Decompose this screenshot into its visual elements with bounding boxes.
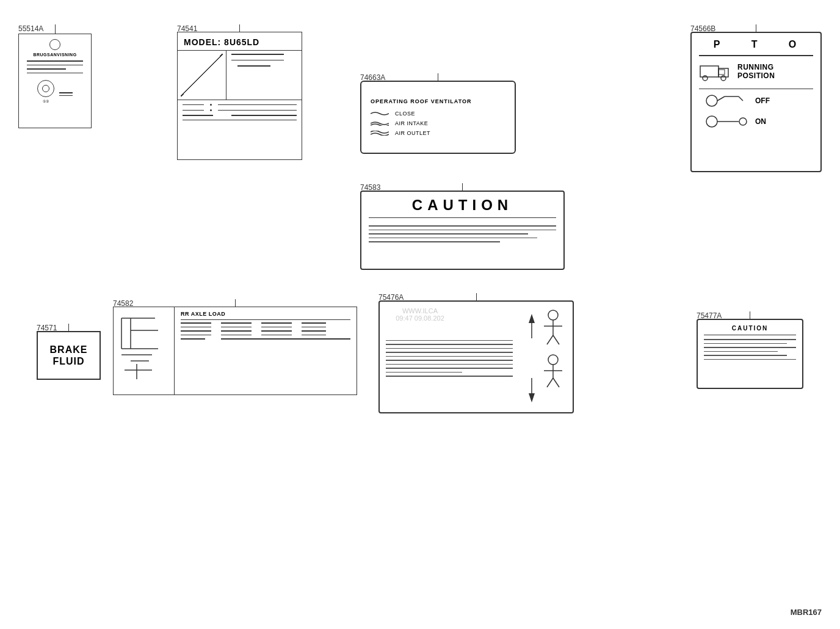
model-row3 xyxy=(183,115,297,116)
line1 xyxy=(27,60,83,62)
caution-title: CAUTION xyxy=(369,197,556,218)
part-number-75477a: 75477A xyxy=(697,311,722,320)
switch-off-icon xyxy=(705,94,748,107)
svg-line-32 xyxy=(547,378,553,387)
axle-icon xyxy=(118,312,164,385)
part-number-75476a: 75476A xyxy=(378,293,404,302)
vent-title: OPERATING ROOF VENTILATOR xyxy=(371,98,505,104)
part-75477a: 75477A CAUTION xyxy=(697,311,803,389)
diagram-figures-icon xyxy=(520,308,565,409)
knob1 xyxy=(37,80,54,97)
svg-line-25 xyxy=(547,335,553,344)
sc-line5 xyxy=(704,355,787,356)
part-75476a: 75476A xyxy=(378,293,574,413)
d-line3 xyxy=(386,348,513,349)
part-74663a: 74663A OPERATING ROOF VENTILATOR CLOSE A… xyxy=(360,73,516,154)
model-box: MODEL: 8U65LD xyxy=(177,32,302,160)
page-id: MBR167 xyxy=(791,608,822,617)
booklet-title: BRUGSANVISNING xyxy=(33,53,76,57)
vent-wave1 xyxy=(371,111,389,116)
pto-letter-o: O xyxy=(789,39,798,50)
axle-row1 xyxy=(181,322,350,324)
vent-row-outlet: AIR OUTLET xyxy=(371,130,505,136)
sc-line4 xyxy=(704,351,778,352)
model-bottom xyxy=(178,100,302,124)
part-number-55514a: 55514A xyxy=(18,24,43,33)
svg-marker-28 xyxy=(529,314,535,323)
model-row1 xyxy=(183,104,297,106)
svg-line-26 xyxy=(553,335,559,344)
svg-rect-2 xyxy=(719,70,725,75)
line2 xyxy=(27,65,83,66)
d-line5 xyxy=(386,356,513,357)
part-74541: 74541 MODEL: 8U65LD xyxy=(177,24,302,160)
svg-marker-35 xyxy=(529,393,535,402)
diagram-box xyxy=(378,300,574,413)
d-line10 xyxy=(386,376,513,377)
pto-letter-p: P xyxy=(714,39,723,50)
pto-switches: OFF ON xyxy=(699,94,813,128)
d-line7 xyxy=(386,364,513,365)
knob-area: ①② xyxy=(37,80,73,97)
diagram-text-lines xyxy=(386,308,513,409)
svg-rect-0 xyxy=(700,66,719,77)
part-74582: 74582 RR AXLE LOAD xyxy=(113,299,357,395)
d-line8 xyxy=(386,368,513,369)
vent-row-intake: AIR INTAKE xyxy=(371,120,505,126)
model-diagonal xyxy=(181,54,223,96)
part-74583: 74583 CAUTION xyxy=(360,183,565,270)
svg-point-10 xyxy=(706,116,717,127)
caution-line5 xyxy=(369,241,500,242)
pto-divider xyxy=(699,55,813,56)
svg-line-8 xyxy=(739,96,743,101)
small-caution-title: CAUTION xyxy=(704,325,796,335)
svg-line-6 xyxy=(717,96,725,101)
part-number-74571: 74571 xyxy=(37,324,57,332)
svg-point-12 xyxy=(739,118,747,125)
svg-point-22 xyxy=(548,310,558,320)
d-line9 xyxy=(386,372,462,373)
running-text: RUNNING xyxy=(737,63,775,71)
part-55514a: 55514A BRUGSANVISNING ①② xyxy=(18,24,92,128)
axle-load-box: RR AXLE LOAD xyxy=(113,307,357,395)
caution-line1 xyxy=(369,225,556,227)
vent-wave3 xyxy=(371,131,389,136)
axle-header: RR AXLE LOAD xyxy=(181,311,350,320)
caution-content xyxy=(369,223,556,242)
model-line3 xyxy=(237,65,270,67)
sc-line3 xyxy=(704,347,796,348)
model-row2 xyxy=(183,109,297,111)
axle-row2 xyxy=(181,327,350,328)
switch-on-row: ON xyxy=(705,115,813,128)
axle-row5 xyxy=(181,338,350,340)
axle-right-panel: RR AXLE LOAD xyxy=(175,307,357,394)
model-right xyxy=(226,51,302,100)
switch-on-icon xyxy=(705,115,748,128)
svg-point-5 xyxy=(706,95,717,106)
ventilator-box: OPERATING ROOF VENTILATOR CLOSE AIR INTA… xyxy=(360,81,516,154)
axle-row4 xyxy=(181,335,350,336)
sc-line2 xyxy=(704,343,787,344)
knob1-numbers: ①② xyxy=(37,99,54,103)
model-header: MODEL: 8U65LD xyxy=(178,32,302,51)
vent-outlet-label: AIR OUTLET xyxy=(395,130,430,136)
on-label: ON xyxy=(755,117,766,126)
line4 xyxy=(27,73,83,74)
small-caution-box: CAUTION xyxy=(697,319,803,389)
d-line1 xyxy=(386,340,513,341)
vent-wave2 xyxy=(371,121,389,126)
circle-icon xyxy=(49,39,60,50)
caution-line4 xyxy=(369,238,537,239)
off-label: OFF xyxy=(755,96,770,105)
pto-middle: RUNNING POSITION xyxy=(699,61,813,82)
part-number-74663a: 74663A xyxy=(360,73,385,82)
brake-fluid-text: BRAKE FLUID xyxy=(50,344,88,367)
diagram-figures xyxy=(518,308,567,409)
model-left xyxy=(178,51,226,100)
part-number-74582: 74582 xyxy=(113,299,133,308)
svg-point-3 xyxy=(703,76,708,81)
part-74571: 74571 BRAKE FLUID xyxy=(37,324,101,380)
caution-box: CAUTION xyxy=(360,191,565,270)
d-line4 xyxy=(386,352,513,353)
position-text: POSITION xyxy=(737,71,775,80)
